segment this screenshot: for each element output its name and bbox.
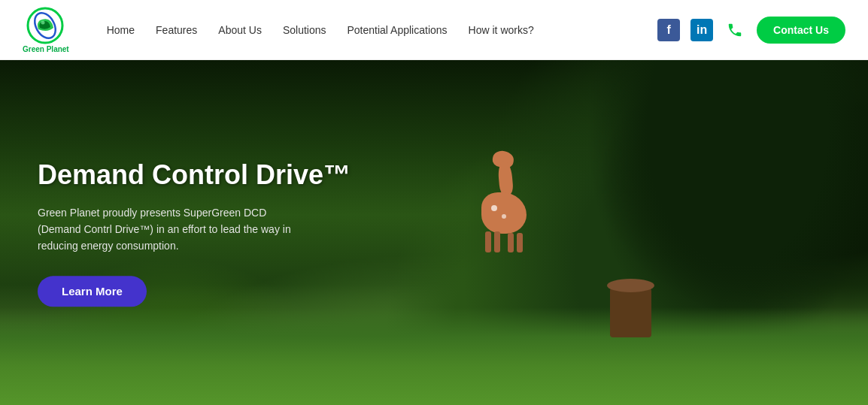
nav-item-features[interactable]: Features bbox=[156, 23, 197, 37]
deer-illustration bbox=[470, 136, 538, 256]
facebook-icon[interactable]: f bbox=[657, 19, 680, 41]
stump-top bbox=[607, 279, 654, 292]
nav-link-how-it-works[interactable]: How it works? bbox=[469, 24, 534, 36]
tree-stump bbox=[610, 285, 651, 337]
hero-title: Demand Control Drive™ bbox=[38, 159, 351, 191]
ground-layer bbox=[0, 307, 868, 405]
logo-icon bbox=[25, 7, 66, 44]
hero-section: Demand Control Drive™ Green Planet proud… bbox=[0, 60, 868, 405]
nav-item-about[interactable]: About Us bbox=[218, 23, 262, 37]
nav-item-applications[interactable]: Potential Applications bbox=[348, 23, 448, 37]
deer-body bbox=[481, 192, 527, 234]
deer-leg-4 bbox=[517, 233, 523, 252]
nav-link-solutions[interactable]: Solutions bbox=[283, 24, 326, 36]
phone-icon[interactable] bbox=[724, 19, 746, 41]
nav-link-applications[interactable]: Potential Applications bbox=[348, 24, 448, 36]
nav-link-features[interactable]: Features bbox=[156, 24, 197, 36]
navbar: Green Planet Home Features About Us Solu… bbox=[0, 0, 868, 60]
deer-leg-2 bbox=[494, 231, 500, 252]
nav-item-solutions[interactable]: Solutions bbox=[283, 23, 326, 37]
nav-links: Home Features About Us Solutions Potenti… bbox=[107, 23, 534, 37]
nav-link-about[interactable]: About Us bbox=[218, 24, 262, 36]
hero-description: Green Planet proudly presents SuperGreen… bbox=[38, 204, 293, 255]
svg-point-2 bbox=[41, 20, 45, 24]
nav-item-how-it-works[interactable]: How it works? bbox=[469, 23, 534, 37]
navbar-left: Green Planet Home Features About Us Solu… bbox=[23, 7, 534, 53]
linkedin-icon[interactable]: in bbox=[690, 19, 713, 41]
logo[interactable]: Green Planet bbox=[23, 7, 69, 53]
contact-us-button[interactable]: Contact Us bbox=[757, 17, 845, 44]
deer-leg-1 bbox=[485, 231, 491, 252]
nav-link-home[interactable]: Home bbox=[107, 24, 135, 36]
hero-content: Demand Control Drive™ Green Planet proud… bbox=[38, 159, 351, 307]
brand-name: Green Planet bbox=[23, 45, 69, 53]
deer-leg-3 bbox=[508, 233, 514, 252]
navbar-right: f in Contact Us bbox=[657, 17, 845, 44]
learn-more-button[interactable]: Learn More bbox=[38, 276, 147, 307]
nav-item-home[interactable]: Home bbox=[107, 23, 135, 37]
